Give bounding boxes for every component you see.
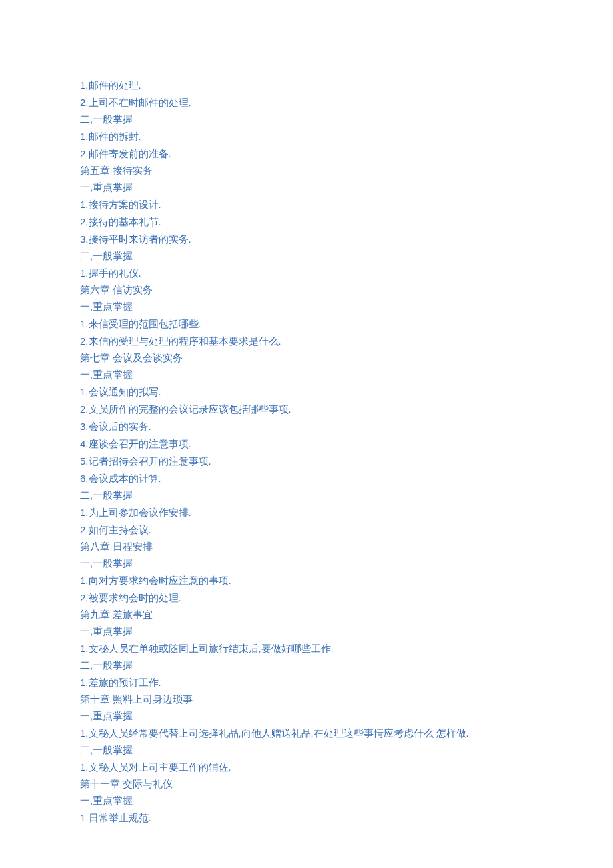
- list-number: 1.: [80, 131, 89, 142]
- outline-line: 1.来信受理的范围包括哪些.: [80, 315, 546, 333]
- outline-line: 1.文秘人员对上司主要工作的辅佐.: [80, 759, 546, 776]
- outline-line: 第十章 照料上司身边琐事: [80, 691, 546, 708]
- outline-line: 1.向对方要求约会时应注意的事项.: [80, 572, 546, 589]
- outline-line: 一,重点掌握: [80, 708, 546, 725]
- list-number: 2.: [80, 592, 89, 603]
- outline-line: 二,一般掌握: [80, 742, 546, 759]
- list-number: 1.: [80, 267, 89, 279]
- outline-line: 第八章 日程安排: [80, 539, 546, 555]
- list-number: 3.: [80, 233, 89, 245]
- list-number: 5.: [80, 455, 89, 467]
- outline-line: 第十一章 交际与礼仪: [80, 776, 546, 793]
- outline-line: 二,一般掌握: [80, 487, 546, 504]
- outline-line: 2.邮件寄发前的准备.: [80, 145, 546, 163]
- list-number: 3.: [80, 421, 89, 432]
- outline-line: 1.握手的礼仪.: [80, 265, 546, 282]
- list-number: 1.: [80, 386, 89, 397]
- outline-line: 2.来信的受理与处理的程序和基本要求是什么.: [80, 333, 546, 350]
- document-page: 1.邮件的处理.2.上司不在时邮件的处理.二,一般掌握1.邮件的拆封.2.邮件寄…: [0, 0, 546, 827]
- outline-line: 第五章 接待实务: [80, 163, 546, 179]
- outline-line: 2.被要求约会时的处理.: [80, 589, 546, 607]
- list-number: 4.: [80, 438, 89, 449]
- list-number: 2.: [80, 403, 89, 415]
- outline-line: 2.如何主持会议.: [80, 521, 546, 539]
- outline-line: 一,重点掌握: [80, 179, 546, 196]
- outline-line: 1.为上司参加会议作安排.: [80, 504, 546, 521]
- list-number: 1.: [80, 318, 89, 329]
- list-number: 1.: [80, 727, 89, 739]
- outline-line: 一,重点掌握: [80, 623, 546, 640]
- outline-line: 二,一般掌握: [80, 111, 546, 128]
- outline-line: 1.文秘人员经常要代替上司选择礼品,向他人赠送礼品,在处理这些事情应考虑什么 怎…: [80, 725, 546, 742]
- outline-line: 3.接待平时来访者的实务.: [80, 231, 546, 248]
- outline-line: 3.会议后的实务.: [80, 418, 546, 435]
- outline-line: 1.接待方案的设计.: [80, 196, 546, 213]
- outline-line: 一,一般掌握: [80, 555, 546, 572]
- outline-line: 第六章 信访实务: [80, 282, 546, 299]
- list-number: 1.: [80, 507, 89, 518]
- outline-line: 2.接待的基本礼节.: [80, 213, 546, 231]
- outline-line: 5.记者招待会召开的注意事项.: [80, 453, 546, 470]
- outline-line: 1.日常举止规范.: [80, 809, 546, 827]
- outline-line: 第九章 差旅事宜: [80, 607, 546, 623]
- outline-line: 4.座谈会召开的注意事项.: [80, 435, 546, 453]
- list-number: 2.: [80, 148, 89, 159]
- outline-line: 1.文秘人员在单独或随同上司旅行结束后,要做好哪些工作.: [80, 640, 546, 657]
- list-number: 1.: [80, 761, 89, 773]
- list-number: 1.: [80, 812, 89, 823]
- outline-line: 6.会议成本的计算.: [80, 470, 546, 487]
- list-number: 1.: [80, 643, 89, 654]
- list-number: 6.: [80, 473, 89, 484]
- list-number: 1.: [80, 79, 89, 91]
- outline-line: 二,一般掌握: [80, 657, 546, 674]
- outline-line: 第七章 会议及会谈实务: [80, 350, 546, 367]
- outline-line: 1.邮件的拆封.: [80, 128, 546, 145]
- outline-line: 1.会议通知的拟写.: [80, 383, 546, 401]
- outline-line: 2.文员所作的完整的会议记录应该包括哪些事项.: [80, 401, 546, 418]
- list-number: 1.: [80, 575, 89, 586]
- outline-line: 一,重点掌握: [80, 793, 546, 809]
- outline-line: 1.差旅的预订工作.: [80, 674, 546, 691]
- list-number: 1.: [80, 677, 89, 688]
- list-number: 2.: [80, 335, 89, 347]
- list-number: 2.: [80, 216, 89, 227]
- outline-line: 一,重点掌握: [80, 299, 546, 315]
- list-number: 2.: [80, 524, 89, 535]
- outline-line: 1.邮件的处理.: [80, 77, 546, 94]
- outline-line: 一,重点掌握: [80, 367, 546, 383]
- list-number: 1.: [80, 199, 89, 210]
- outline-line: 二,一般掌握: [80, 248, 546, 265]
- outline-line: 2.上司不在时邮件的处理.: [80, 94, 546, 111]
- list-number: 2.: [80, 97, 89, 108]
